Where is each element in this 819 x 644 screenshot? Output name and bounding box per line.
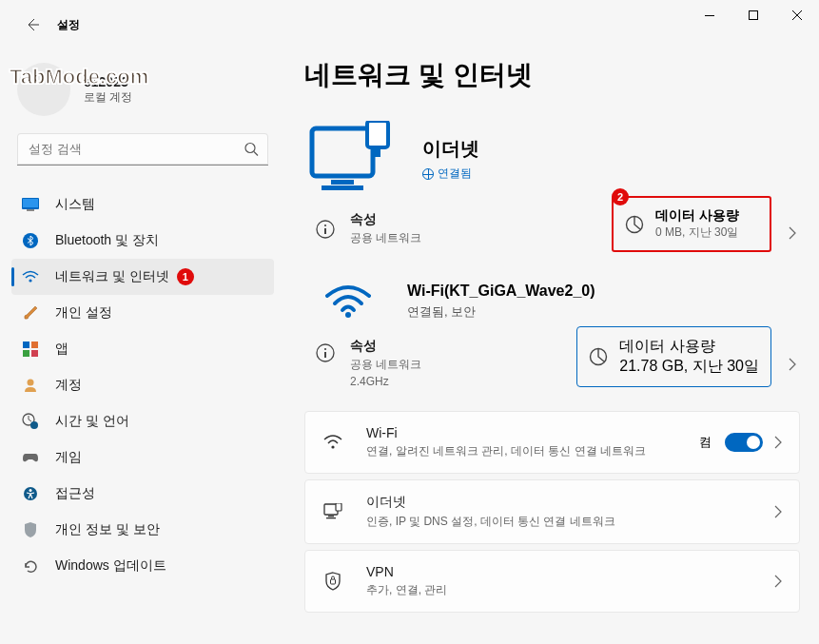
page-title: 네트워크 및 인터넷 [304,57,800,93]
clock-globe-icon [21,412,40,431]
window-minimize[interactable] [688,0,731,30]
sidebar-item-label: 시간 및 언어 [55,413,129,430]
sidebar-item-privacy[interactable]: 개인 정보 및 보안 [11,512,274,548]
svg-point-7 [29,279,31,282]
prop-sub2: 2.4GHz [350,375,421,388]
svg-rect-34 [326,517,336,518]
sidebar-item-update[interactable]: Windows 업데이트 [11,548,274,584]
ethernet-info-row: 속성 공용 네트워크 2 데이터 사용량 0 MB, 지난 30일 [304,205,800,260]
prop-sub: 공용 네트워크 [350,230,421,246]
svg-rect-10 [23,350,29,357]
svg-rect-5 [27,209,34,211]
svg-point-26 [345,312,351,318]
prop-title: 속성 [350,338,421,355]
search-input[interactable] [17,133,268,166]
sidebar-item-label: 앱 [55,341,68,358]
wifi-title: Wi-Fi(KT_GiGA_Wave2_0) [407,283,595,300]
wifi-icon [21,267,40,286]
chart-icon [589,347,608,366]
sidebar-item-label: Windows 업데이트 [55,557,166,575]
wifi-big-icon [322,283,375,321]
svg-rect-20 [367,121,388,147]
badge-1: 1 [177,268,194,285]
app-title: 설정 [57,17,80,33]
search-box[interactable] [17,133,268,166]
accessibility-icon [21,484,40,503]
svg-rect-18 [331,180,354,185]
card-sub: 연결, 알려진 네트워크 관리, 데이터 통신 연결 네트워크 [366,443,699,459]
svg-point-12 [28,380,34,386]
vpn-shield-icon [322,571,343,592]
system-icon [21,195,40,214]
card-title: 이더넷 [366,494,763,511]
chevron-right-icon [789,226,796,240]
svg-rect-33 [328,516,334,517]
data-title: 데이터 사용량 [655,207,739,224]
sidebar-item-bluetooth[interactable]: Bluetooth 및 장치 [11,223,274,259]
sidebar-item-label: 네트워크 및 인터넷 [55,268,169,285]
svg-point-14 [30,421,38,429]
ethernet-header: 이더넷 연결됨 [304,116,800,202]
data-title: 데이터 사용량 [619,337,759,357]
sidebar-item-apps[interactable]: 앱 [11,331,274,367]
svg-rect-36 [331,579,336,584]
svg-rect-21 [375,147,380,157]
bluetooth-icon [21,231,40,250]
brush-icon [21,303,40,322]
svg-rect-8 [23,342,29,348]
sidebar-item-label: 시스템 [55,196,95,213]
svg-rect-24 [324,228,326,234]
card-vpn[interactable]: VPN 추가, 연결, 관리 [304,550,800,613]
back-button[interactable] [21,13,44,36]
ethernet-title: 이더넷 [422,136,479,162]
nav-list: 시스템 Bluetooth 및 장치 네트워크 및 인터넷 1 개인 설정 앱 … [11,186,274,584]
svg-point-2 [245,144,255,153]
sidebar-item-label: 개인 정보 및 보안 [55,521,160,538]
apps-icon [21,340,40,359]
globe-icon [422,168,434,180]
chevron-right-icon [789,358,796,371]
svg-point-28 [324,348,326,350]
info-icon [310,214,341,244]
wifi-data-usage[interactable]: 데이터 사용량 21.78 GB, 지난 30일 [576,326,771,387]
sidebar-item-system[interactable]: 시스템 [11,186,274,223]
svg-point-31 [331,445,334,448]
ethernet-data-usage[interactable]: 2 데이터 사용량 0 MB, 지난 30일 [612,196,771,252]
badge-2: 2 [612,188,629,205]
chevron-right-icon [774,575,782,588]
ethernet-properties[interactable]: 속성 공용 네트워크 [350,211,421,246]
sidebar-item-label: 게임 [55,449,82,466]
wifi-toggle[interactable] [725,433,763,452]
sidebar-item-accounts[interactable]: 계정 [11,367,274,403]
ethernet-status-text: 연결됨 [438,166,472,182]
sidebar-item-network[interactable]: 네트워크 및 인터넷 1 [11,259,274,295]
window-maximize[interactable] [731,0,775,30]
sidebar-item-personalization[interactable]: 개인 설정 [11,295,274,331]
wifi-properties[interactable]: 속성 공용 네트워크 2.4GHz [350,338,421,388]
watermark: TabMode.com [10,65,148,89]
card-ethernet[interactable]: 이더넷 인증, IP 및 DNS 설정, 데이터 통신 연결 네트워크 [304,479,800,544]
shield-icon [21,520,40,539]
prop-sub1: 공용 네트워크 [350,357,421,373]
update-icon [21,556,40,576]
svg-point-23 [324,224,326,225]
window-close[interactable] [775,0,819,30]
sidebar-item-time[interactable]: 시간 및 언어 [11,403,274,439]
card-wifi[interactable]: Wi-Fi 연결, 알려진 네트워크 관리, 데이터 통신 연결 네트워크 켬 [304,411,800,474]
svg-rect-19 [322,185,363,190]
svg-rect-17 [312,128,373,176]
wifi-info-row: 속성 공용 네트워크 2.4GHz 데이터 사용량 21.78 GB, 지난 3… [304,321,800,407]
wifi-header: Wi-Fi(KT_GiGA_Wave2_0) 연결됨, 보안 [304,283,800,321]
svg-rect-35 [336,503,341,511]
chevron-right-icon [774,436,782,449]
sidebar-item-accessibility[interactable]: 접근성 [11,476,274,512]
info-icon [310,338,341,368]
sidebar-item-label: Bluetooth 및 장치 [55,232,159,249]
svg-rect-11 [31,350,38,357]
search-icon [244,143,259,157]
svg-rect-1 [750,11,758,20]
wifi-small-icon [322,432,343,453]
sidebar-item-label: 접근성 [55,485,95,502]
sidebar-item-gaming[interactable]: 게임 [11,439,274,476]
data-sub: 21.78 GB, 지난 30일 [619,357,759,377]
